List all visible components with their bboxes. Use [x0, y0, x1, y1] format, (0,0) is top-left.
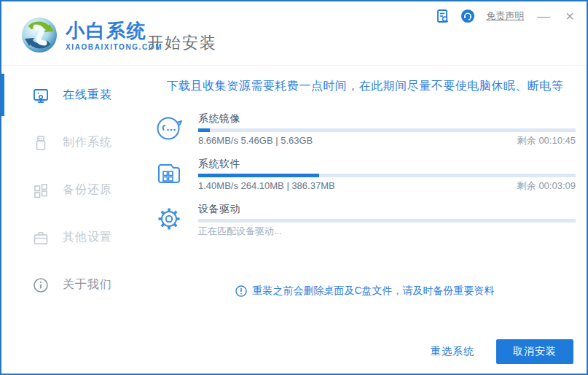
sidebar-item-other-settings[interactable]: 其他设置	[1, 214, 140, 261]
sidebar-item-label: 关于我们	[63, 277, 112, 293]
backup-note: 重装之前会删除桌面及C盘文件，请及时备份重要资料	[154, 285, 576, 298]
task-row-device-drivers: 设备驱动 正在匹配设备驱动...	[154, 202, 576, 238]
close-button[interactable]: ×	[563, 9, 576, 23]
page-title: 开始安装	[147, 32, 217, 54]
task-row-system-software: 系统软件 1.40MB/s 264.10MB | 386.37MB 剩余 00:…	[154, 157, 576, 193]
software-folder-icon	[154, 158, 184, 188]
footer-actions: 重选系统 取消安装	[431, 339, 573, 364]
task-speed-size: 1.40MB/s 264.10MB | 386.37MB	[198, 179, 335, 193]
task-speed-size: 8.66MB/s 5.46GB | 5.63GB	[198, 134, 313, 147]
task-time-remaining: 剩余 00:03:09	[517, 179, 576, 193]
sidebar-item-label: 制作系统	[63, 135, 112, 150]
download-warning-text: 下载且收集资源需要耗费一点时间，在此期间尽量不要使电脑休眠、断电等	[154, 79, 576, 93]
customer-service-icon[interactable]	[460, 9, 475, 23]
sidebar-item-label: 其他设置	[63, 230, 112, 245]
sidebar-item-label: 在线重装	[63, 88, 112, 103]
task-time-remaining: 剩余 00:10:45	[517, 134, 576, 147]
gear-icon	[154, 204, 184, 233]
mascot-face-icon	[154, 113, 184, 142]
minimize-button[interactable]: —	[535, 9, 552, 23]
sidebar-item-online-reinstall[interactable]: 在线重装	[1, 71, 140, 119]
progress-fill	[198, 128, 210, 132]
app-logo-icon	[20, 16, 58, 54]
task-name: 系统软件	[198, 157, 576, 171]
report-icon[interactable]	[435, 9, 450, 23]
task-status-text: 正在匹配设备驱动...	[198, 225, 282, 238]
disclaimer-link[interactable]: 免责声明	[486, 9, 524, 23]
backup-note-text: 重装之前会删除桌面及C盘文件，请及时备份重要资料	[252, 285, 494, 298]
task-name: 设备驱动	[198, 202, 576, 216]
progress-bar	[198, 128, 576, 132]
main-content: 下载且收集资源需要耗费一点时间，在此期间尽量不要使电脑休眠、断电等 系统镜像	[140, 66, 587, 375]
alert-circle-icon	[235, 285, 247, 297]
sidebar-item-about-us[interactable]: 关于我们	[1, 261, 140, 309]
toolbox-icon	[32, 229, 50, 247]
task-row-system-image: 系统镜像 8.66MB/s 5.46GB | 5.63GB 剩余 00:10:4…	[154, 112, 576, 147]
header-controls: 免责声明 — ×	[435, 9, 576, 23]
sidebar: 在线重装 制作系统 备份	[1, 66, 140, 375]
app-window: 小白系统 XIAOBAIXITONG.COM 开始安装 免责声明 —	[0, 0, 588, 375]
usb-drive-icon	[32, 134, 50, 152]
info-icon	[32, 277, 50, 294]
cancel-install-button[interactable]: 取消安装	[496, 339, 573, 364]
body: 在线重装 制作系统 备份	[1, 66, 587, 375]
sidebar-item-label: 备份还原	[63, 182, 112, 198]
brand: 小白系统 XIAOBAIXITONG.COM	[20, 16, 162, 54]
online-reinstall-icon	[32, 87, 50, 104]
header: 小白系统 XIAOBAIXITONG.COM 开始安装 免责声明 —	[1, 1, 587, 66]
task-name: 系统镜像	[198, 112, 576, 125]
progress-bar	[198, 174, 576, 177]
backup-grid-icon	[32, 182, 50, 199]
progress-bar	[198, 219, 576, 223]
sidebar-item-backup-restore[interactable]: 备份还原	[1, 166, 140, 214]
sidebar-item-make-system[interactable]: 制作系统	[1, 119, 140, 166]
progress-fill	[198, 174, 319, 177]
active-indicator	[1, 74, 4, 116]
reselect-system-button[interactable]: 重选系统	[431, 345, 474, 358]
